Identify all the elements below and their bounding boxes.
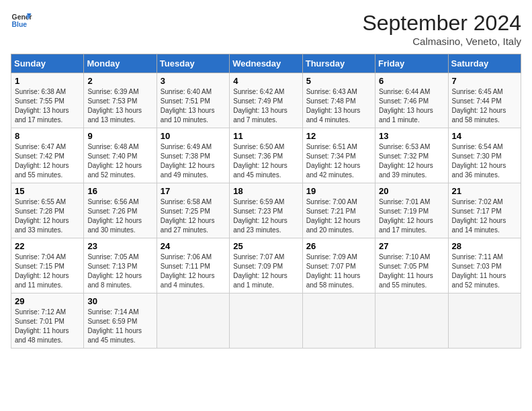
day-number: 23 <box>87 241 152 251</box>
day-info: Sunrise: 6:39 AMSunset: 7:53 PMDaylight:… <box>87 88 142 124</box>
calendar-cell <box>302 293 375 349</box>
day-info: Sunrise: 6:56 AMSunset: 7:26 PMDaylight:… <box>87 198 142 234</box>
title-block: September 2024 Calmasino, Veneto, Italy <box>362 11 521 47</box>
day-info: Sunrise: 6:49 AMSunset: 7:38 PMDaylight:… <box>161 143 215 179</box>
calendar-cell: 15 Sunrise: 6:55 AMSunset: 7:28 PMDaylig… <box>11 183 84 238</box>
day-number: 8 <box>15 131 80 141</box>
day-info: Sunrise: 6:58 AMSunset: 7:25 PMDaylight:… <box>161 198 215 234</box>
calendar-cell: 29 Sunrise: 7:12 AMSunset: 7:01 PMDaylig… <box>11 293 84 349</box>
header-cell-friday: Friday <box>375 54 448 73</box>
day-number: 6 <box>379 76 444 86</box>
day-number: 12 <box>306 131 371 141</box>
day-info: Sunrise: 7:00 AMSunset: 7:21 PMDaylight:… <box>306 198 361 234</box>
day-info: Sunrise: 6:38 AMSunset: 7:55 PMDaylight:… <box>15 88 69 124</box>
header-cell-monday: Monday <box>84 54 157 73</box>
day-number: 24 <box>161 241 226 251</box>
calendar-cell: 7 Sunrise: 6:45 AMSunset: 7:44 PMDayligh… <box>448 73 521 128</box>
day-info: Sunrise: 6:48 AMSunset: 7:40 PMDaylight:… <box>87 143 142 179</box>
day-number: 26 <box>306 241 371 251</box>
day-info: Sunrise: 6:51 AMSunset: 7:34 PMDaylight:… <box>306 143 361 179</box>
day-info: Sunrise: 7:06 AMSunset: 7:11 PMDaylight:… <box>161 253 215 289</box>
month-title: September 2024 <box>362 11 521 36</box>
day-number: 19 <box>306 186 371 196</box>
day-info: Sunrise: 7:11 AMSunset: 7:03 PMDaylight:… <box>452 253 506 289</box>
calendar-cell: 5 Sunrise: 6:43 AMSunset: 7:48 PMDayligh… <box>302 73 375 128</box>
calendar-cell: 23 Sunrise: 7:05 AMSunset: 7:13 PMDaylig… <box>84 238 157 293</box>
day-info: Sunrise: 6:59 AMSunset: 7:23 PMDaylight:… <box>233 198 287 234</box>
day-number: 28 <box>452 241 517 251</box>
calendar-cell: 24 Sunrise: 7:06 AMSunset: 7:11 PMDaylig… <box>157 238 229 293</box>
calendar-cell: 11 Sunrise: 6:50 AMSunset: 7:36 PMDaylig… <box>230 128 302 183</box>
calendar-cell <box>448 293 521 349</box>
day-number: 10 <box>161 131 226 141</box>
location-subtitle: Calmasino, Veneto, Italy <box>362 36 521 47</box>
calendar-cell: 19 Sunrise: 7:00 AMSunset: 7:21 PMDaylig… <box>302 183 375 238</box>
header-row: SundayMondayTuesdayWednesdayThursdayFrid… <box>11 54 521 73</box>
day-number: 3 <box>161 76 226 86</box>
day-number: 21 <box>452 186 517 196</box>
svg-text:Blue: Blue <box>12 21 28 28</box>
calendar-cell: 13 Sunrise: 6:53 AMSunset: 7:32 PMDaylig… <box>375 128 448 183</box>
calendar-cell: 2 Sunrise: 6:39 AMSunset: 7:53 PMDayligh… <box>84 73 157 128</box>
calendar-week-3: 15 Sunrise: 6:55 AMSunset: 7:28 PMDaylig… <box>11 183 521 238</box>
day-info: Sunrise: 7:14 AMSunset: 6:59 PMDaylight:… <box>87 308 142 344</box>
day-info: Sunrise: 6:43 AMSunset: 7:48 PMDaylight:… <box>306 88 361 124</box>
day-info: Sunrise: 6:45 AMSunset: 7:44 PMDaylight:… <box>452 88 506 124</box>
calendar-cell: 9 Sunrise: 6:48 AMSunset: 7:40 PMDayligh… <box>84 128 157 183</box>
day-number: 9 <box>87 131 152 141</box>
calendar-week-2: 8 Sunrise: 6:47 AMSunset: 7:42 PMDayligh… <box>11 128 521 183</box>
calendar-cell: 18 Sunrise: 6:59 AMSunset: 7:23 PMDaylig… <box>230 183 302 238</box>
calendar-cell: 20 Sunrise: 7:01 AMSunset: 7:19 PMDaylig… <box>375 183 448 238</box>
day-info: Sunrise: 7:07 AMSunset: 7:09 PMDaylight:… <box>233 253 287 289</box>
day-number: 13 <box>379 131 444 141</box>
day-info: Sunrise: 6:40 AMSunset: 7:51 PMDaylight:… <box>161 88 215 124</box>
calendar-cell: 4 Sunrise: 6:42 AMSunset: 7:49 PMDayligh… <box>230 73 302 128</box>
day-number: 7 <box>452 76 517 86</box>
day-number: 2 <box>87 76 152 86</box>
day-number: 20 <box>379 186 444 196</box>
day-info: Sunrise: 7:04 AMSunset: 7:15 PMDaylight:… <box>15 253 69 289</box>
day-number: 15 <box>15 186 80 196</box>
day-info: Sunrise: 7:05 AMSunset: 7:13 PMDaylight:… <box>87 253 142 289</box>
day-info: Sunrise: 6:44 AMSunset: 7:46 PMDaylight:… <box>379 88 433 124</box>
calendar-cell: 21 Sunrise: 7:02 AMSunset: 7:17 PMDaylig… <box>448 183 521 238</box>
day-info: Sunrise: 6:47 AMSunset: 7:42 PMDaylight:… <box>15 143 69 179</box>
day-number: 27 <box>379 241 444 251</box>
calendar-cell: 14 Sunrise: 6:54 AMSunset: 7:30 PMDaylig… <box>448 128 521 183</box>
day-info: Sunrise: 6:55 AMSunset: 7:28 PMDaylight:… <box>15 198 69 234</box>
logo: General Blue <box>11 11 32 30</box>
day-number: 17 <box>161 186 226 196</box>
day-info: Sunrise: 6:42 AMSunset: 7:49 PMDaylight:… <box>233 88 287 124</box>
calendar-cell: 8 Sunrise: 6:47 AMSunset: 7:42 PMDayligh… <box>11 128 84 183</box>
calendar-week-5: 29 Sunrise: 7:12 AMSunset: 7:01 PMDaylig… <box>11 293 521 349</box>
page-header: General Blue September 2024 Calmasino, V… <box>11 11 521 47</box>
day-number: 16 <box>87 186 152 196</box>
calendar-table: SundayMondayTuesdayWednesdayThursdayFrid… <box>11 54 521 349</box>
day-info: Sunrise: 6:54 AMSunset: 7:30 PMDaylight:… <box>452 143 506 179</box>
header-cell-saturday: Saturday <box>448 54 521 73</box>
header-cell-thursday: Thursday <box>302 54 375 73</box>
calendar-cell: 10 Sunrise: 6:49 AMSunset: 7:38 PMDaylig… <box>157 128 229 183</box>
day-info: Sunrise: 7:02 AMSunset: 7:17 PMDaylight:… <box>452 198 506 234</box>
calendar-cell: 1 Sunrise: 6:38 AMSunset: 7:55 PMDayligh… <box>11 73 84 128</box>
day-number: 5 <box>306 76 371 86</box>
day-info: Sunrise: 7:12 AMSunset: 7:01 PMDaylight:… <box>15 308 69 344</box>
calendar-cell: 16 Sunrise: 6:56 AMSunset: 7:26 PMDaylig… <box>84 183 157 238</box>
calendar-cell: 27 Sunrise: 7:10 AMSunset: 7:05 PMDaylig… <box>375 238 448 293</box>
day-info: Sunrise: 7:09 AMSunset: 7:07 PMDaylight:… <box>306 253 361 289</box>
day-number: 18 <box>233 186 298 196</box>
calendar-cell: 6 Sunrise: 6:44 AMSunset: 7:46 PMDayligh… <box>375 73 448 128</box>
header-cell-sunday: Sunday <box>11 54 84 73</box>
logo-icon: General Blue <box>11 11 32 30</box>
calendar-cell: 26 Sunrise: 7:09 AMSunset: 7:07 PMDaylig… <box>302 238 375 293</box>
day-number: 25 <box>233 241 298 251</box>
calendar-week-1: 1 Sunrise: 6:38 AMSunset: 7:55 PMDayligh… <box>11 73 521 128</box>
day-number: 1 <box>15 76 80 86</box>
calendar-cell: 17 Sunrise: 6:58 AMSunset: 7:25 PMDaylig… <box>157 183 229 238</box>
day-info: Sunrise: 6:50 AMSunset: 7:36 PMDaylight:… <box>233 143 287 179</box>
calendar-cell: 3 Sunrise: 6:40 AMSunset: 7:51 PMDayligh… <box>157 73 229 128</box>
header-cell-wednesday: Wednesday <box>230 54 302 73</box>
day-number: 22 <box>15 241 80 251</box>
calendar-cell <box>230 293 302 349</box>
calendar-cell <box>375 293 448 349</box>
